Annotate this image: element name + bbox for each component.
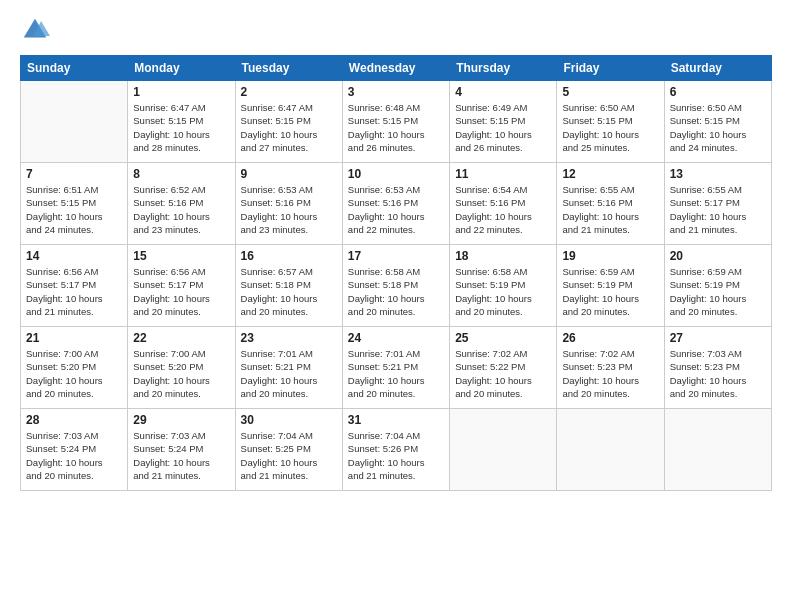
day-info: Sunrise: 6:48 AM Sunset: 5:15 PM Dayligh… <box>348 101 444 154</box>
day-info: Sunrise: 6:49 AM Sunset: 5:15 PM Dayligh… <box>455 101 551 154</box>
calendar-cell: 5Sunrise: 6:50 AM Sunset: 5:15 PM Daylig… <box>557 81 664 163</box>
day-info: Sunrise: 6:55 AM Sunset: 5:16 PM Dayligh… <box>562 183 658 236</box>
day-info: Sunrise: 6:50 AM Sunset: 5:15 PM Dayligh… <box>562 101 658 154</box>
day-number: 26 <box>562 331 658 345</box>
day-info: Sunrise: 6:57 AM Sunset: 5:18 PM Dayligh… <box>241 265 337 318</box>
calendar-cell: 4Sunrise: 6:49 AM Sunset: 5:15 PM Daylig… <box>450 81 557 163</box>
calendar-cell: 16Sunrise: 6:57 AM Sunset: 5:18 PM Dayli… <box>235 245 342 327</box>
day-number: 21 <box>26 331 122 345</box>
calendar-cell: 10Sunrise: 6:53 AM Sunset: 5:16 PM Dayli… <box>342 163 449 245</box>
day-number: 17 <box>348 249 444 263</box>
day-number: 24 <box>348 331 444 345</box>
calendar-cell: 19Sunrise: 6:59 AM Sunset: 5:19 PM Dayli… <box>557 245 664 327</box>
calendar-cell: 27Sunrise: 7:03 AM Sunset: 5:23 PM Dayli… <box>664 327 771 409</box>
week-row-3: 14Sunrise: 6:56 AM Sunset: 5:17 PM Dayli… <box>21 245 772 327</box>
day-info: Sunrise: 6:55 AM Sunset: 5:17 PM Dayligh… <box>670 183 766 236</box>
day-number: 1 <box>133 85 229 99</box>
calendar-cell: 7Sunrise: 6:51 AM Sunset: 5:15 PM Daylig… <box>21 163 128 245</box>
day-info: Sunrise: 7:02 AM Sunset: 5:22 PM Dayligh… <box>455 347 551 400</box>
day-number: 25 <box>455 331 551 345</box>
weekday-header-row: SundayMondayTuesdayWednesdayThursdayFrid… <box>21 56 772 81</box>
day-number: 14 <box>26 249 122 263</box>
calendar-cell <box>450 409 557 491</box>
day-number: 5 <box>562 85 658 99</box>
calendar-cell: 23Sunrise: 7:01 AM Sunset: 5:21 PM Dayli… <box>235 327 342 409</box>
day-info: Sunrise: 7:04 AM Sunset: 5:26 PM Dayligh… <box>348 429 444 482</box>
calendar-cell <box>21 81 128 163</box>
day-number: 7 <box>26 167 122 181</box>
day-info: Sunrise: 7:04 AM Sunset: 5:25 PM Dayligh… <box>241 429 337 482</box>
calendar-cell: 12Sunrise: 6:55 AM Sunset: 5:16 PM Dayli… <box>557 163 664 245</box>
calendar-cell: 30Sunrise: 7:04 AM Sunset: 5:25 PM Dayli… <box>235 409 342 491</box>
week-row-5: 28Sunrise: 7:03 AM Sunset: 5:24 PM Dayli… <box>21 409 772 491</box>
calendar-cell: 25Sunrise: 7:02 AM Sunset: 5:22 PM Dayli… <box>450 327 557 409</box>
day-info: Sunrise: 6:58 AM Sunset: 5:19 PM Dayligh… <box>455 265 551 318</box>
day-number: 13 <box>670 167 766 181</box>
day-number: 9 <box>241 167 337 181</box>
day-number: 28 <box>26 413 122 427</box>
weekday-header-thursday: Thursday <box>450 56 557 81</box>
calendar-cell: 24Sunrise: 7:01 AM Sunset: 5:21 PM Dayli… <box>342 327 449 409</box>
day-number: 15 <box>133 249 229 263</box>
day-number: 2 <box>241 85 337 99</box>
day-info: Sunrise: 6:50 AM Sunset: 5:15 PM Dayligh… <box>670 101 766 154</box>
calendar-cell: 3Sunrise: 6:48 AM Sunset: 5:15 PM Daylig… <box>342 81 449 163</box>
calendar-cell: 21Sunrise: 7:00 AM Sunset: 5:20 PM Dayli… <box>21 327 128 409</box>
day-number: 6 <box>670 85 766 99</box>
day-info: Sunrise: 6:59 AM Sunset: 5:19 PM Dayligh… <box>670 265 766 318</box>
calendar-cell: 1Sunrise: 6:47 AM Sunset: 5:15 PM Daylig… <box>128 81 235 163</box>
day-info: Sunrise: 6:52 AM Sunset: 5:16 PM Dayligh… <box>133 183 229 236</box>
day-info: Sunrise: 6:47 AM Sunset: 5:15 PM Dayligh… <box>133 101 229 154</box>
day-info: Sunrise: 6:53 AM Sunset: 5:16 PM Dayligh… <box>348 183 444 236</box>
calendar-cell: 13Sunrise: 6:55 AM Sunset: 5:17 PM Dayli… <box>664 163 771 245</box>
calendar-cell <box>664 409 771 491</box>
day-number: 31 <box>348 413 444 427</box>
day-info: Sunrise: 6:56 AM Sunset: 5:17 PM Dayligh… <box>133 265 229 318</box>
week-row-2: 7Sunrise: 6:51 AM Sunset: 5:15 PM Daylig… <box>21 163 772 245</box>
calendar-cell: 6Sunrise: 6:50 AM Sunset: 5:15 PM Daylig… <box>664 81 771 163</box>
header <box>20 15 772 45</box>
day-number: 16 <box>241 249 337 263</box>
calendar-cell: 17Sunrise: 6:58 AM Sunset: 5:18 PM Dayli… <box>342 245 449 327</box>
day-info: Sunrise: 7:03 AM Sunset: 5:23 PM Dayligh… <box>670 347 766 400</box>
weekday-header-monday: Monday <box>128 56 235 81</box>
day-info: Sunrise: 6:58 AM Sunset: 5:18 PM Dayligh… <box>348 265 444 318</box>
calendar-cell: 29Sunrise: 7:03 AM Sunset: 5:24 PM Dayli… <box>128 409 235 491</box>
day-info: Sunrise: 6:51 AM Sunset: 5:15 PM Dayligh… <box>26 183 122 236</box>
day-number: 18 <box>455 249 551 263</box>
day-info: Sunrise: 6:59 AM Sunset: 5:19 PM Dayligh… <box>562 265 658 318</box>
day-info: Sunrise: 6:53 AM Sunset: 5:16 PM Dayligh… <box>241 183 337 236</box>
day-number: 22 <box>133 331 229 345</box>
day-number: 4 <box>455 85 551 99</box>
day-number: 12 <box>562 167 658 181</box>
day-info: Sunrise: 7:03 AM Sunset: 5:24 PM Dayligh… <box>26 429 122 482</box>
calendar-cell: 8Sunrise: 6:52 AM Sunset: 5:16 PM Daylig… <box>128 163 235 245</box>
day-number: 20 <box>670 249 766 263</box>
day-number: 27 <box>670 331 766 345</box>
calendar-cell: 15Sunrise: 6:56 AM Sunset: 5:17 PM Dayli… <box>128 245 235 327</box>
day-info: Sunrise: 6:56 AM Sunset: 5:17 PM Dayligh… <box>26 265 122 318</box>
calendar-cell <box>557 409 664 491</box>
day-number: 29 <box>133 413 229 427</box>
calendar-cell: 31Sunrise: 7:04 AM Sunset: 5:26 PM Dayli… <box>342 409 449 491</box>
calendar-cell: 22Sunrise: 7:00 AM Sunset: 5:20 PM Dayli… <box>128 327 235 409</box>
day-info: Sunrise: 7:01 AM Sunset: 5:21 PM Dayligh… <box>241 347 337 400</box>
day-number: 10 <box>348 167 444 181</box>
calendar-table: SundayMondayTuesdayWednesdayThursdayFrid… <box>20 55 772 491</box>
day-info: Sunrise: 7:03 AM Sunset: 5:24 PM Dayligh… <box>133 429 229 482</box>
day-number: 3 <box>348 85 444 99</box>
logo <box>20 15 54 45</box>
calendar-cell: 14Sunrise: 6:56 AM Sunset: 5:17 PM Dayli… <box>21 245 128 327</box>
day-number: 23 <box>241 331 337 345</box>
day-info: Sunrise: 7:02 AM Sunset: 5:23 PM Dayligh… <box>562 347 658 400</box>
calendar-cell: 9Sunrise: 6:53 AM Sunset: 5:16 PM Daylig… <box>235 163 342 245</box>
weekday-header-sunday: Sunday <box>21 56 128 81</box>
week-row-4: 21Sunrise: 7:00 AM Sunset: 5:20 PM Dayli… <box>21 327 772 409</box>
day-number: 30 <box>241 413 337 427</box>
weekday-header-wednesday: Wednesday <box>342 56 449 81</box>
day-number: 19 <box>562 249 658 263</box>
day-info: Sunrise: 7:00 AM Sunset: 5:20 PM Dayligh… <box>133 347 229 400</box>
calendar-cell: 18Sunrise: 6:58 AM Sunset: 5:19 PM Dayli… <box>450 245 557 327</box>
weekday-header-tuesday: Tuesday <box>235 56 342 81</box>
calendar-cell: 26Sunrise: 7:02 AM Sunset: 5:23 PM Dayli… <box>557 327 664 409</box>
